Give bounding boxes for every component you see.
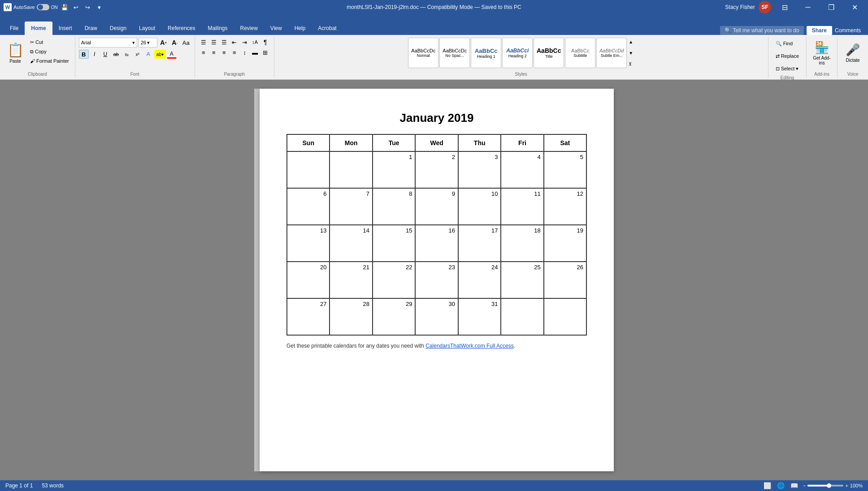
style-subtitle[interactable]: AaBbCc Subtitle [565, 38, 595, 68]
style-subtle-em[interactable]: AaBbCcDd Subtle Em... [596, 38, 627, 68]
style-title[interactable]: AaBbCc Title [534, 38, 564, 68]
tab-references[interactable]: References [161, 22, 201, 35]
style-heading2[interactable]: AaBbCci Heading 2 [502, 38, 533, 68]
cut-button[interactable]: ✂ Cut [28, 38, 71, 47]
tab-view[interactable]: View [264, 22, 288, 35]
qat-customize-button[interactable]: ▾ [95, 2, 104, 12]
tab-insert[interactable]: Insert [52, 22, 78, 35]
user-avatar[interactable]: SF [759, 1, 771, 13]
show-marks-button[interactable]: ¶ [260, 38, 270, 47]
day-header-wed: Wed [415, 134, 458, 151]
voice-label: Voice [847, 72, 858, 77]
style-heading1-preview: AaBbCc [475, 47, 498, 54]
zoom-control: − + 100% [803, 483, 863, 488]
style-heading1[interactable]: AaBbCc Heading 1 [471, 38, 501, 68]
style-normal[interactable]: AaBbCcDc Normal [408, 38, 438, 68]
bold-button[interactable]: B [79, 50, 89, 59]
replace-button[interactable]: ⇄ Replace [772, 50, 803, 62]
table-row: 6 7 8 9 10 11 12 [287, 188, 586, 225]
align-center-button[interactable]: ≡ [209, 48, 219, 57]
tab-design[interactable]: Design [104, 22, 133, 35]
zoom-in-icon[interactable]: + [845, 483, 848, 488]
italic-button[interactable]: I [90, 50, 100, 59]
read-mode-button[interactable]: 📖 [790, 481, 799, 491]
tab-review[interactable]: Review [234, 22, 264, 35]
paste-button[interactable]: 📋 Paste [4, 38, 27, 68]
select-button[interactable]: ⊡ Select ▾ [772, 63, 803, 74]
underline-button[interactable]: U [100, 50, 110, 59]
tab-mailings[interactable]: Mailings [201, 22, 234, 35]
print-layout-view-button[interactable]: ⬜ [763, 481, 773, 491]
tab-acrobat[interactable]: Acrobat [312, 22, 343, 35]
calendar-cell: 28 [330, 298, 373, 335]
shrink-font-button[interactable]: A- [170, 38, 180, 47]
grow-font-button[interactable]: A+ [159, 38, 169, 47]
shading-button[interactable]: ▬ [250, 48, 260, 57]
numbering-button[interactable]: ☰ [209, 38, 219, 47]
close-button[interactable]: ✕ [845, 0, 864, 14]
formatting-row: B I U ab x₂ x² A ab▾ A [79, 50, 177, 59]
save-button[interactable]: 💾 [60, 2, 69, 12]
dictate-button[interactable]: 🎤 Dictate [841, 38, 864, 68]
font-group: Arial ▾ 26 ▾ A+ A- Aa B I U ab x₂ [75, 37, 195, 78]
calendar-table: Sun Mon Tue Wed Thu Fri Sat 1 2 3 4 [286, 134, 587, 336]
autosave-toggle[interactable] [37, 4, 49, 10]
word-logo: W [4, 3, 12, 11]
sort-button[interactable]: ↕A [250, 38, 260, 47]
styles-more-button[interactable]: ⊻ [628, 60, 634, 67]
get-add-ins-button[interactable]: 🏪 Get Add-ins [810, 38, 833, 68]
comments-button[interactable]: Comments [835, 27, 861, 34]
font-size-selector[interactable]: 26 ▾ [139, 38, 157, 47]
undo-button[interactable]: ↩ [71, 2, 81, 12]
calendar-cell: 14 [330, 225, 373, 262]
add-ins-icon: 🏪 [815, 41, 829, 55]
clear-formatting-button[interactable]: Aa [181, 38, 191, 47]
paste-icon: 📋 [7, 42, 24, 58]
ribbon-tabs: File Home Insert Draw Design Layout Refe… [0, 14, 868, 35]
zoom-out-icon[interactable]: − [803, 483, 806, 488]
search-box[interactable]: 🔍 Tell me what you want to do [720, 26, 804, 35]
redo-button[interactable]: ↪ [83, 2, 93, 12]
tab-help[interactable]: Help [288, 22, 312, 35]
tab-draw[interactable]: Draw [78, 22, 104, 35]
styles-scroll-down[interactable]: ▼ [628, 50, 634, 56]
styles-scroll-up[interactable]: ▲ [628, 39, 634, 45]
strikethrough-button[interactable]: ab [111, 50, 121, 59]
align-left-button[interactable]: ≡ [199, 48, 208, 57]
format-painter-button[interactable]: 🖌 Format Painter [28, 56, 71, 65]
select-icon: ⊡ [776, 66, 780, 72]
subscript-button[interactable]: x₂ [122, 50, 132, 59]
highlight-button[interactable]: ab▾ [154, 50, 166, 59]
add-ins-content: 🏪 Get Add-ins [810, 38, 833, 71]
font-name-selector[interactable]: Arial ▾ [79, 38, 137, 47]
bullets-button[interactable]: ☰ [199, 38, 208, 47]
ribbon-display-options-button[interactable]: ⊟ [775, 0, 794, 14]
increase-indent-button[interactable]: ⇥ [240, 38, 250, 47]
footer-link[interactable]: CalendarsThatWork.com Full Access [425, 343, 514, 349]
tab-home[interactable]: Home [25, 22, 52, 35]
tab-file[interactable]: File [4, 22, 25, 35]
minimize-button[interactable]: ─ [798, 0, 818, 14]
text-effects-button[interactable]: A [143, 50, 153, 59]
borders-button[interactable]: ⊞ [260, 48, 270, 57]
decrease-indent-button[interactable]: ⇤ [230, 38, 239, 47]
share-button[interactable]: Share [807, 26, 832, 35]
superscript-button[interactable]: x² [133, 50, 143, 59]
copy-button[interactable]: ⧉ Copy [28, 47, 71, 56]
restore-button[interactable]: ❐ [821, 0, 841, 14]
multilevel-list-button[interactable]: ☰ [219, 38, 229, 47]
user-name: Stacy Fisher [725, 4, 755, 10]
zoom-slider[interactable] [807, 485, 843, 487]
style-subtle-em-preview: AaBbCcDd [599, 48, 624, 53]
tab-layout[interactable]: Layout [133, 22, 161, 35]
align-right-button[interactable]: ≡ [219, 48, 229, 57]
font-color-button[interactable]: A [167, 50, 177, 59]
quick-access-toolbar: W AutoSave ON 💾 ↩ ↪ ▾ [4, 2, 104, 12]
justify-button[interactable]: ≡ [230, 48, 239, 57]
line-spacing-button[interactable]: ↕ [240, 48, 250, 57]
style-no-spacing[interactable]: AaBbCcDc No Spac... [439, 38, 470, 68]
find-button[interactable]: 🔍 Find [772, 38, 796, 49]
web-layout-view-button[interactable]: 🌐 [776, 481, 786, 491]
style-normal-label: Normal [417, 53, 430, 58]
calendar-cell: 17 [458, 225, 501, 262]
